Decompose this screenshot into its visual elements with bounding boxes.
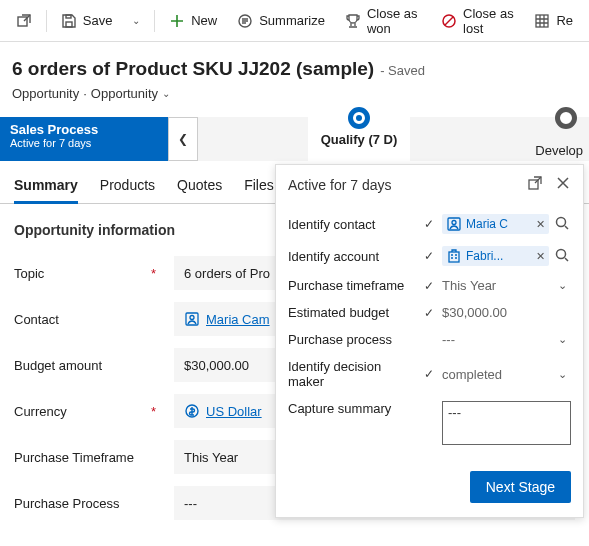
close-icon[interactable] <box>555 175 571 194</box>
lookup-account-text: Fabri... <box>466 249 503 263</box>
summarize-button[interactable]: Summarize <box>229 9 333 33</box>
save-icon <box>61 13 77 29</box>
svg-point-12 <box>557 217 566 226</box>
stage-indicator-next <box>555 107 577 129</box>
svg-rect-5 <box>536 15 548 27</box>
capture-summary-input[interactable]: --- <box>442 401 571 445</box>
entity-name: Opportunity <box>12 86 79 101</box>
tab-quotes[interactable]: Quotes <box>177 171 222 203</box>
command-bar: Save ⌄ New Summarize Close as won Close … <box>0 0 589 42</box>
currency-icon <box>184 403 200 419</box>
recalc-label: Re <box>556 13 573 28</box>
fly-label-summary: Capture summary <box>288 401 416 416</box>
check-icon: ✓ <box>422 367 436 381</box>
summarize-icon <box>237 13 253 29</box>
value-currency-text[interactable]: US Dollar <box>206 404 262 419</box>
form-selector[interactable]: Opportunity <box>91 86 158 101</box>
fly-label-budget: Estimated budget <box>288 305 416 320</box>
plus-icon <box>169 13 185 29</box>
stage-flyout: Active for 7 days Identify contact ✓ Mar… <box>275 164 584 518</box>
chevron-down-icon[interactable]: ⌄ <box>553 333 571 346</box>
label-currency: Currency <box>14 404 67 419</box>
trophy-icon <box>345 13 361 29</box>
fly-val-decision[interactable]: completed <box>442 367 549 382</box>
fly-label-decision: Identify decision maker <box>288 359 416 389</box>
process-bar: Sales Process Active for 7 days ❮ Qualif… <box>0 117 589 161</box>
process-name: Sales Process <box>10 122 158 137</box>
label-budget: Budget amount <box>14 358 102 373</box>
clear-icon[interactable]: ✕ <box>536 250 545 263</box>
chevron-down-icon[interactable]: ⌄ <box>553 279 571 292</box>
save-label: Save <box>83 13 113 28</box>
svg-rect-0 <box>18 17 27 26</box>
svg-point-14 <box>557 249 566 258</box>
stage-track: Qualify (7 D) Develop <box>198 117 589 161</box>
popout-icon[interactable] <box>527 175 543 194</box>
close-lost-label: Close as lost <box>463 6 514 36</box>
fly-val-timeframe[interactable]: This Year <box>442 278 549 293</box>
contact-icon <box>184 311 200 327</box>
process-duration: Active for 7 days <box>10 137 158 149</box>
save-dropdown[interactable]: ⌄ <box>124 11 148 30</box>
open-icon <box>16 13 32 29</box>
fly-label-contact: Identify contact <box>288 217 416 232</box>
check-icon: ✓ <box>422 217 436 231</box>
grid-icon <box>534 13 550 29</box>
label-contact: Contact <box>14 312 59 327</box>
save-status: - Saved <box>380 63 425 78</box>
value-contact-text[interactable]: Maria Cam <box>206 312 270 327</box>
tab-products[interactable]: Products <box>100 171 155 203</box>
fly-val-process[interactable]: --- <box>442 332 549 347</box>
tab-summary[interactable]: Summary <box>14 171 78 204</box>
search-icon[interactable] <box>553 215 571 234</box>
summarize-label: Summarize <box>259 13 325 28</box>
check-icon: ✓ <box>422 279 436 293</box>
prohibit-icon <box>441 13 457 29</box>
label-topic: Topic <box>14 266 44 281</box>
close-won-button[interactable]: Close as won <box>337 2 429 40</box>
required-marker: * <box>151 266 156 281</box>
stage-develop[interactable]: Develop <box>535 143 583 158</box>
label-timeframe: Purchase Timeframe <box>14 450 134 465</box>
chevron-down-icon: ⌄ <box>132 15 140 26</box>
stage-indicator-active <box>348 107 370 129</box>
required-marker: * <box>151 404 156 419</box>
chevron-left-icon: ❮ <box>178 132 188 146</box>
fly-label-timeframe: Purchase timeframe <box>288 278 416 293</box>
chevron-down-icon[interactable]: ⌄ <box>553 368 571 381</box>
close-won-label: Close as won <box>367 6 421 36</box>
flyout-title: Active for 7 days <box>288 177 392 193</box>
chevron-down-icon[interactable]: ⌄ <box>162 88 170 99</box>
check-icon: ✓ <box>422 306 436 320</box>
fly-label-process: Purchase process <box>288 332 416 347</box>
new-button[interactable]: New <box>161 9 225 33</box>
label-purchase-process: Purchase Process <box>14 496 120 511</box>
process-header[interactable]: Sales Process Active for 7 days <box>0 117 168 161</box>
stage-back-button[interactable]: ❮ <box>168 117 198 161</box>
lookup-contact-text: Maria C <box>466 217 508 231</box>
recalc-button[interactable]: Re <box>526 9 581 33</box>
search-icon[interactable] <box>553 247 571 266</box>
next-stage-button[interactable]: Next Stage <box>470 471 571 503</box>
close-lost-button[interactable]: Close as lost <box>433 2 522 40</box>
separator <box>46 10 47 32</box>
fly-label-account: Identify account <box>288 249 416 264</box>
svg-rect-1 <box>66 22 72 27</box>
tab-files[interactable]: Files <box>244 171 274 203</box>
clear-icon[interactable]: ✕ <box>536 218 545 231</box>
lookup-account[interactable]: Fabri... ✕ <box>442 246 549 266</box>
save-button[interactable]: Save <box>53 9 121 33</box>
open-button[interactable] <box>8 9 40 33</box>
svg-rect-13 <box>449 252 459 262</box>
lookup-contact[interactable]: Maria C ✕ <box>442 214 549 234</box>
check-icon: ✓ <box>422 249 436 263</box>
page-title: 6 orders of Product SKU JJ202 (sample) <box>12 58 374 80</box>
new-label: New <box>191 13 217 28</box>
page-header: 6 orders of Product SKU JJ202 (sample) -… <box>0 42 589 109</box>
separator <box>154 10 155 32</box>
svg-point-11 <box>452 221 456 225</box>
svg-rect-2 <box>66 15 71 18</box>
fly-val-budget[interactable]: $30,000.00 <box>442 305 571 320</box>
breadcrumb: Opportunity · Opportunity ⌄ <box>12 86 577 101</box>
svg-point-7 <box>190 316 194 320</box>
